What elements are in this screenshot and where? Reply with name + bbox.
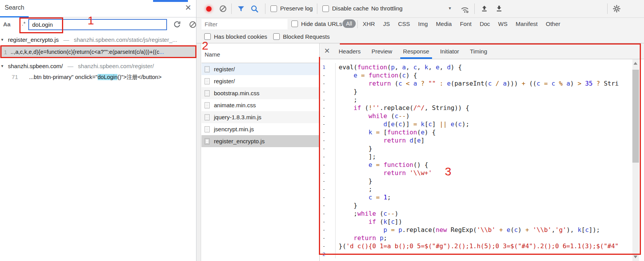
request-row[interactable]: register/ — [201, 75, 319, 87]
hide-data-urls-checkbox[interactable] — [291, 21, 298, 27]
file-icon — [205, 126, 210, 132]
code-line: - e = function(c) { — [320, 71, 644, 79]
tab-response[interactable]: Response — [400, 43, 432, 59]
network-conditions-button[interactable] — [460, 4, 470, 14]
request-row[interactable]: animate.min.css — [201, 99, 319, 111]
line-number: 1 — [320, 63, 336, 71]
code-line: - ;while (c--) — [320, 209, 644, 218]
expander-icon[interactable]: ▾ — [1, 64, 3, 69]
filter-type-all[interactable]: All — [343, 19, 356, 28]
code-line: - e = function() { — [320, 161, 644, 169]
blocked-requests-checkbox[interactable] — [273, 33, 280, 40]
request-rows: register/register/bootstrap.min.cssanima… — [201, 63, 319, 147]
wifi-gear-icon — [460, 4, 470, 14]
line-number: - — [320, 96, 336, 104]
clear-icon — [219, 5, 227, 13]
search-result-file[interactable]: ▾shanzhi.spbeen.com/—shanzhi.spbeen.com/… — [1, 63, 154, 69]
search-clear-button[interactable] — [189, 21, 197, 29]
expander-icon[interactable]: ▾ — [1, 37, 3, 42]
filter-type-doc[interactable]: Doc — [480, 21, 490, 27]
close-detail-icon[interactable]: × — [324, 45, 330, 56]
annotation-digit-2: 2 — [202, 40, 208, 52]
filter-type-img[interactable]: Img — [418, 21, 428, 27]
disable-cache-checkbox[interactable] — [322, 5, 329, 12]
scrollbar-thumb[interactable] — [632, 70, 639, 163]
code-line: - ]; — [320, 153, 644, 161]
divider — [357, 20, 358, 28]
name-column-header[interactable]: Name — [201, 43, 319, 63]
scrollbar[interactable] — [632, 59, 639, 261]
request-row[interactable]: jsencrypt.min.js — [201, 123, 319, 135]
filter-type-media[interactable]: Media — [436, 21, 452, 27]
line-number: - — [320, 128, 336, 136]
line-number: - — [320, 185, 336, 193]
line-number: - — [320, 153, 336, 161]
filter-toggle-button[interactable] — [236, 5, 246, 13]
scroll-down-arrow[interactable] — [634, 256, 637, 258]
line-number: - — [320, 71, 336, 79]
line-number: - — [320, 177, 336, 185]
annotation-digit-1: 1 — [88, 15, 94, 26]
filter-input[interactable] — [201, 19, 288, 29]
filter-type-css[interactable]: CSS — [398, 21, 410, 27]
close-search-icon[interactable]: × — [185, 2, 191, 14]
request-name: jsencrypt.min.js — [214, 126, 254, 132]
tab-initiator[interactable]: Initiator — [437, 43, 462, 59]
filter-type-font[interactable]: Font — [460, 21, 472, 27]
request-name: register/ — [214, 66, 235, 72]
import-har-button[interactable] — [480, 5, 488, 13]
filter-type-other[interactable]: Other — [546, 21, 560, 27]
scroll-up-arrow[interactable] — [634, 62, 637, 65]
annotation-digit-3: 3 — [445, 166, 451, 177]
request-row[interactable]: register_encrypto.js — [201, 135, 319, 147]
search-refresh-button[interactable] — [173, 20, 181, 29]
code-line: - k = [function(e) { — [320, 128, 644, 136]
network-blocked-bar: Has blocked cookies Blocked Requests — [196, 31, 644, 43]
request-row[interactable]: jquery-1.8.3.min.js — [201, 111, 319, 123]
code-line: - return '\\w+' — [320, 169, 644, 177]
request-row[interactable]: register/ — [201, 63, 319, 75]
requests-list: Name register/register/bootstrap.min.css… — [201, 43, 320, 261]
panel-gutter — [196, 43, 201, 261]
match-case-button[interactable]: Aa — [3, 21, 10, 27]
record-button[interactable] — [206, 6, 212, 12]
has-blocked-cookies-label: Has blocked cookies — [214, 33, 267, 40]
annotation-box-3-bottom — [319, 254, 641, 255]
filter-type-manifest[interactable]: Manifest — [516, 21, 538, 27]
filter-type-js[interactable]: JS — [383, 21, 390, 27]
settings-button[interactable] — [612, 4, 621, 13]
annotation-box-3-top — [340, 43, 641, 45]
request-detail-panel: × HeadersPreviewResponseInitiatorTiming … — [320, 43, 644, 261]
tab-headers[interactable]: Headers — [336, 43, 363, 59]
tab-timing[interactable]: Timing — [467, 43, 490, 59]
devtools-window: Search × Aa .* ▾register_encrypto.js—sha… — [0, 0, 644, 261]
export-har-button[interactable] — [495, 5, 503, 13]
code-line: - p = p.replace(new RegExp('\\b' + e(c) … — [320, 226, 644, 234]
divider — [607, 3, 608, 14]
line-number: - — [320, 234, 336, 242]
line-number: - — [320, 201, 336, 209]
code-line: - ; — [320, 96, 644, 104]
clear-network-log-button[interactable] — [219, 5, 227, 13]
line-number: - — [320, 79, 336, 88]
annotation-box-1 — [19, 17, 63, 33]
detail-tab-bar: × HeadersPreviewResponseInitiatorTiming — [320, 43, 644, 59]
tab-preview[interactable]: Preview — [369, 43, 395, 59]
search-match-line[interactable]: 71 ...btn btn-primary" onclick="doLogin(… — [0, 72, 196, 83]
search-result-file[interactable]: ▾register_encrypto.js—shanzhi.spbeen.com… — [1, 36, 177, 43]
annotation-box-3-right — [640, 43, 641, 255]
preserve-log-checkbox[interactable] — [270, 5, 277, 12]
file-icon — [205, 102, 210, 108]
blocked-requests-label: Blocked Requests — [283, 33, 330, 40]
file-icon — [205, 78, 210, 84]
filter-type-xhr[interactable]: XHR — [363, 21, 375, 27]
request-row[interactable]: bootstrap.min.css — [201, 87, 319, 99]
filter-type-ws[interactable]: WS — [498, 21, 508, 27]
upload-icon — [480, 5, 488, 13]
line-number: - — [320, 88, 336, 96]
line-number: - — [320, 242, 336, 250]
response-code: 1eval(function(p, a, c, k, e, d) {- e = … — [320, 63, 644, 258]
chevron-down-icon[interactable]: ▾ — [449, 5, 451, 11]
throttling-select[interactable]: No throttling — [371, 5, 403, 12]
search-network-button[interactable] — [250, 5, 259, 14]
